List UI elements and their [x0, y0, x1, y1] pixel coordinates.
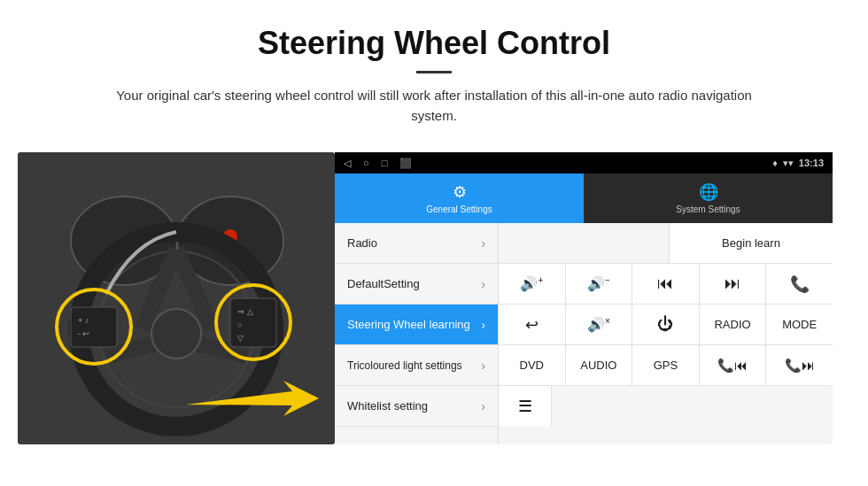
page-container: Steering Wheel Control Your original car… [0, 0, 868, 444]
vol-up-button[interactable]: 🔊+ [499, 264, 566, 304]
vol-up-icon: 🔊+ [520, 275, 543, 292]
gps-button[interactable]: GPS [632, 345, 700, 385]
home-nav-icon[interactable]: ○ [363, 158, 369, 168]
back-nav-icon[interactable]: ◁ [344, 158, 351, 169]
steering-bg: + ♪ - ↩ ⇒ △ ○ ▽ [18, 152, 335, 444]
chevron-icon: › [481, 236, 485, 251]
steering-wheel-image: + ♪ - ↩ ⇒ △ ○ ▽ [18, 152, 335, 444]
screenshot-icon[interactable]: ⬛ [399, 158, 412, 169]
svg-text:○: ○ [237, 320, 242, 329]
phone-button[interactable]: 📞 [766, 264, 833, 304]
tab-bar: ⚙ General Settings 🌐 System Settings [335, 174, 833, 223]
page-header: Steering Wheel Control Your original car… [0, 0, 868, 140]
svg-text:- ↩: - ↩ [78, 329, 90, 338]
chevron-icon: › [481, 277, 485, 291]
svg-text:+ ♪: + ♪ [78, 316, 89, 325]
menu-item-tricoloured[interactable]: Tricoloured light settings › [335, 345, 498, 386]
main-area: Radio › DefaultSetting › Steering Wheel … [335, 223, 833, 444]
android-panel: ◁ ○ □ ⬛ ♦ ▾▾ 13:13 ⚙ General Settings [335, 152, 833, 444]
hamburger-icon: ☰ [518, 397, 532, 416]
power-button[interactable]: ⏻ [632, 305, 700, 344]
menu-item-whitelist[interactable]: Whitelist setting › [335, 386, 498, 427]
empty-space [499, 223, 669, 263]
tab-system-settings[interactable]: 🌐 System Settings [584, 174, 833, 223]
tab-system-label: System Settings [676, 204, 740, 214]
back-button[interactable]: ↩ [499, 305, 566, 344]
tab-general-label: General Settings [426, 204, 492, 214]
vol-down-button[interactable]: 🔊− [566, 264, 633, 304]
radio-button[interactable]: RADIO [700, 305, 767, 344]
header-divider [416, 71, 452, 73]
phone-next-icon: 📞⏭ [785, 358, 815, 374]
phone-prev-icon: 📞⏮ [717, 358, 748, 374]
control-row-1: 🔊+ 🔊− ⏮ ⏭ 📞 [499, 264, 833, 305]
header-subtitle: Your original car's steering wheel contr… [115, 86, 753, 126]
vol-down-icon: 🔊− [587, 275, 610, 292]
general-settings-icon: ⚙ [453, 182, 467, 202]
mode-button[interactable]: MODE [766, 305, 833, 344]
phone-next-button[interactable]: 📞⏭ [766, 345, 833, 385]
status-bar: ◁ ○ □ ⬛ ♦ ▾▾ 13:13 [335, 152, 833, 174]
chevron-icon: › [481, 318, 485, 332]
begin-learn-button[interactable]: Begin learn [669, 223, 833, 263]
menu-item-default-setting[interactable]: DefaultSetting › [335, 264, 498, 305]
dvd-button[interactable]: DVD [499, 345, 566, 385]
menu-item-radio[interactable]: Radio › [335, 223, 498, 264]
audio-button[interactable]: AUDIO [566, 345, 633, 385]
gps-icon: ♦ [772, 158, 778, 168]
power-icon: ⏻ [657, 315, 673, 334]
mute-icon: 🔊× [587, 316, 610, 333]
control-row-2: ↩ 🔊× ⏻ RADIO MODE [499, 305, 833, 345]
svg-rect-11 [71, 307, 117, 347]
back-icon: ↩ [525, 315, 539, 335]
chevron-icon: › [481, 359, 485, 373]
content-area: + ♪ - ↩ ⇒ △ ○ ▽ [18, 152, 850, 444]
phone-prev-button[interactable]: 📞⏮ [700, 345, 767, 385]
signal-icon: ▾▾ [783, 158, 794, 169]
page-title: Steering Wheel Control [35, 25, 833, 62]
phone-icon: 📞 [790, 274, 810, 294]
svg-text:▽: ▽ [237, 334, 244, 343]
mute-button[interactable]: 🔊× [566, 305, 633, 344]
status-bar-left: ◁ ○ □ ⬛ [344, 158, 412, 169]
next-track-button[interactable]: ⏭ [700, 264, 767, 304]
control-row-3: DVD AUDIO GPS 📞⏮ 📞⏭ [499, 345, 833, 386]
svg-point-10 [151, 309, 201, 359]
time-display: 13:13 [799, 158, 824, 168]
svg-text:⇒ △: ⇒ △ [237, 307, 253, 316]
left-menu: Radio › DefaultSetting › Steering Wheel … [335, 223, 499, 444]
recent-nav-icon[interactable]: □ [382, 158, 388, 168]
menu-icon-button[interactable]: ☰ [499, 386, 552, 427]
right-controls: Begin learn 🔊+ 🔊− ⏮ [499, 223, 833, 444]
system-settings-icon: 🌐 [699, 182, 718, 202]
control-row-4: ☰ [499, 386, 833, 427]
prev-track-button[interactable]: ⏮ [632, 264, 700, 304]
menu-item-steering-wheel[interactable]: Steering Wheel learning › [335, 305, 498, 345]
chevron-icon: › [481, 399, 485, 413]
next-icon: ⏭ [725, 274, 740, 293]
status-bar-right: ♦ ▾▾ 13:13 [772, 158, 824, 169]
prev-icon: ⏮ [657, 274, 673, 293]
top-control-row: Begin learn [499, 223, 833, 264]
tab-general-settings[interactable]: ⚙ General Settings [335, 174, 584, 223]
